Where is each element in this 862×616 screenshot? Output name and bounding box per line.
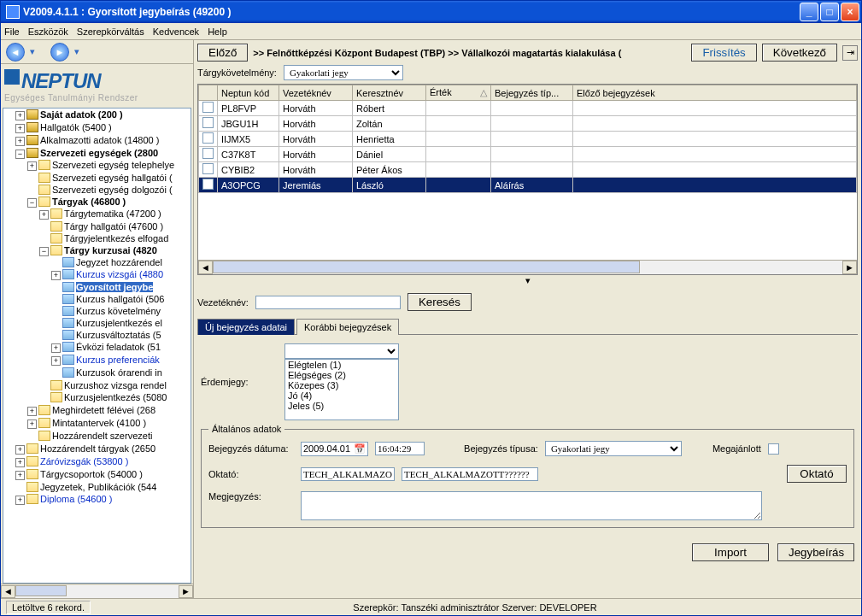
lastname-input[interactable] [255,296,401,309]
lastname-label: Vezetéknév: [197,297,249,308]
write-grade-button[interactable]: Jegybeírás [777,543,854,561]
minimize-button[interactable]: _ [800,3,818,21]
row-checkbox[interactable] [202,148,214,159]
menu-help[interactable]: Help [208,26,227,37]
maximize-button[interactable]: □ [820,3,839,21]
calendar-icon[interactable]: 📅 [354,443,366,455]
pin-icon[interactable]: ⇥ [842,45,858,61]
row-checkbox[interactable] [202,132,214,144]
search-button[interactable]: Keresés [408,293,472,311]
row-checkbox[interactable] [202,163,214,174]
row-checkbox[interactable] [202,179,214,190]
entry-type-label: Bejegyzés típusa: [464,443,538,454]
nav-back-dropdown[interactable]: ▾ [28,46,37,57]
grade-label: Érdemjegy: [201,377,278,387]
titlebar: V2009.4.1.1 : Gyorsított jegybeírás (492… [1,1,861,23]
nav-back-button[interactable]: ◄ [6,43,25,62]
note-label: Megjegyzés: [208,491,294,502]
teacher-input-2[interactable] [402,467,538,481]
teacher-button[interactable]: Oktató [787,465,847,483]
entry-type-select[interactable]: Gyakorlati jegy [545,441,682,456]
splitter-handle-icon[interactable]: ▾ [197,275,858,286]
tree-selected: Gyorsított jegybe [51,281,191,293]
entry-date-input[interactable]: 2009.04.01📅 [301,442,368,456]
menu-fav[interactable]: Kedvencek [153,26,199,37]
table-row[interactable]: PL8FVPHorváthRóbert [199,101,857,116]
logo: NEPTUN Egységes Tanulmányi Rendszer [1,64,193,108]
grid-hscroll[interactable]: ◄► [198,260,857,274]
nav-toolbar: ◄ ▾ ► ▾ [1,40,193,64]
requirement-label: Tárgykövetelmény: [197,67,277,78]
entry-date-label: Bejegyzés dátuma: [208,443,294,454]
menubar: File Eszközök Szerepkörváltás Kedvencek … [1,23,861,40]
refresh-button[interactable]: Frissítés [691,44,756,62]
import-button[interactable]: Import [692,543,769,561]
table-row[interactable]: C37K8THorváthDániel [199,147,857,162]
close-button[interactable]: × [841,3,859,21]
menu-tools[interactable]: Eszközök [28,26,68,37]
menu-role[interactable]: Szerepkörváltás [77,26,144,37]
teacher-label: Oktató: [208,469,294,479]
breadcrumb: >> Felnőttképzési Központ Budapest (TBP)… [253,48,686,58]
note-textarea[interactable] [301,491,762,520]
general-fieldset: Általános adatok Bejegyzés dátuma: 2009.… [201,424,854,528]
tree-hscroll[interactable]: ◄► [1,584,193,598]
grade-select[interactable] [284,343,399,359]
table-row[interactable]: CYBIB2HorváthPéter Ákos [199,162,857,178]
entry-time-input[interactable] [375,442,425,455]
table-row[interactable]: JBGU1HHorváthZoltán [199,116,857,132]
nav-tree[interactable]: +Saját adatok (200 ) +Hallgatók (5400 ) … [3,108,191,584]
row-checkbox[interactable] [202,102,214,113]
table-row[interactable]: IIJMX5HorváthHenrietta [199,132,857,147]
window-title: V2009.4.1.1 : Gyorsított jegybeírás (492… [23,6,798,18]
status-records: Letöltve 6 rekord. [6,601,91,614]
statusbar: Letöltve 6 rekord. Szerepkör: Tanszéki a… [1,598,861,615]
sort-indicator-icon: △ [480,87,487,98]
nav-fwd-dropdown[interactable]: ▾ [73,46,81,57]
offered-checkbox[interactable] [768,443,779,455]
grade-listbox[interactable]: Elégtelen (1) Elégséges (2) Közepes (3) … [284,359,399,420]
tab-new-entry[interactable]: Új bejegyzés adatai [197,319,295,335]
offered-label: Megajánlott [712,443,761,454]
tab-prev-entries[interactable]: Korábbi bejegyzések [296,319,399,335]
row-checkbox[interactable] [202,117,214,128]
teacher-input-1[interactable] [301,467,395,481]
nav-fwd-button[interactable]: ► [50,43,69,62]
menu-file[interactable]: File [4,26,20,37]
requirement-select[interactable]: Gyakorlati jegy [284,65,403,80]
students-grid[interactable]: Neptun kód Vezetéknév Keresztnév Érték △… [197,84,858,275]
next-button[interactable]: Következő [762,44,837,62]
prev-button[interactable]: Előző [197,44,248,62]
app-icon [6,5,20,19]
table-row[interactable]: A3OPCGJeremiásLászlóAláírás [199,178,857,193]
status-role: Szerepkör: Tanszéki adminisztrátor Szerv… [353,602,596,613]
